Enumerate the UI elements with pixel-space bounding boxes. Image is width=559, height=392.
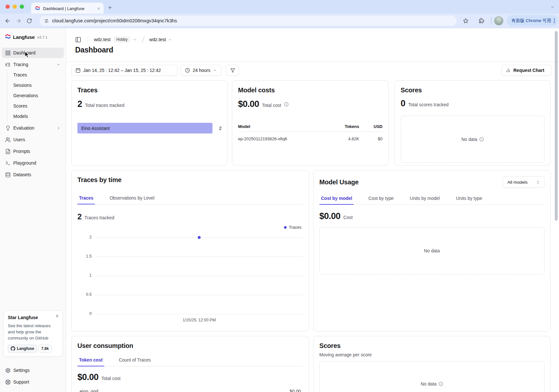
tab-count-of-traces[interactable]: Count of Traces xyxy=(117,354,153,366)
window-close-button[interactable] xyxy=(6,5,10,9)
tab-units-by-type[interactable]: Units by type xyxy=(454,192,484,204)
new-tab-button[interactable] xyxy=(108,5,112,10)
org-chevron-icon[interactable] xyxy=(133,38,137,42)
info-icon[interactable] xyxy=(284,102,289,107)
chrome-update-button[interactable]: 有新版 Chrome 可用 xyxy=(507,15,558,26)
model-costs-card: Model costs $0.00 Total cost Model Token… xyxy=(232,80,389,166)
tab-cost-by-model[interactable]: Cost by model xyxy=(319,192,354,204)
sidebar-item-prompts[interactable]: Prompts xyxy=(2,146,64,156)
model-usage-empty-state: No data xyxy=(319,227,544,274)
sidebar-item-generations[interactable]: Generations xyxy=(8,90,66,101)
tab-cost-by-type[interactable]: Cost by type xyxy=(367,192,395,204)
gridline-row: 1.5 xyxy=(72,254,309,259)
forward-button[interactable] xyxy=(16,18,22,24)
table-row[interactable]: ep-20250112193826-xftq6 4.82K $0 xyxy=(238,132,382,141)
extensions-icon[interactable] xyxy=(478,18,484,24)
browser-chrome: Dashboard | Langfuse cloud.langfuse.com/… xyxy=(0,0,559,28)
calendar-icon xyxy=(75,68,81,73)
plan-badge: Hobby xyxy=(113,36,131,43)
star-card-body: See the latest releases and help grow th… xyxy=(8,323,59,341)
project-name[interactable]: wdz.test xyxy=(149,37,166,42)
page-title: Dashboard xyxy=(75,46,113,54)
date-range-label: Jan 14, 25 : 12:42 – Jan 15, 25 : 12:42 xyxy=(83,68,161,73)
star-card-title: Star Langfuse xyxy=(8,315,59,320)
sidebar-item-models[interactable]: Models xyxy=(8,111,66,121)
gridline-row: 1 xyxy=(72,273,309,278)
sidebar-item-playground[interactable]: Playground xyxy=(2,158,64,168)
filter-button[interactable] xyxy=(226,65,239,76)
sidebar-nav: Dashboard Tracing Traces Sessions Genera… xyxy=(0,48,66,180)
browser-tab[interactable]: Dashboard | Langfuse xyxy=(31,3,104,15)
tracing-subgroup: Traces Sessions Generations Scores Model… xyxy=(7,70,66,121)
profile-avatar[interactable] xyxy=(494,16,503,25)
user-row[interactable]: eino_god $0.00 xyxy=(77,389,303,392)
back-button[interactable] xyxy=(5,18,11,24)
gear-icon xyxy=(5,368,11,373)
trace-name-bar[interactable]: Eino Assistant xyxy=(77,123,212,133)
sidebar-item-users[interactable]: Users xyxy=(2,134,64,145)
x-axis-label: 1/15/25, 12:00 PM xyxy=(183,318,216,322)
user-cost: $0.00 xyxy=(290,389,301,392)
info-icon[interactable] xyxy=(439,382,443,386)
terminal-icon xyxy=(5,160,11,166)
org-name[interactable]: wdz.test xyxy=(94,37,110,42)
model-select-value: All models xyxy=(508,180,528,185)
sidebar-item-support[interactable]: Support xyxy=(2,377,64,387)
sidebar-item-settings[interactable]: Settings xyxy=(2,365,64,375)
tab-units-by-model[interactable]: Units by model xyxy=(408,192,441,204)
user-consumption-total-label: Total cost xyxy=(101,376,120,381)
address-bar[interactable]: cloud.langfuse.com/project/cm50idm0208mx… xyxy=(40,16,457,26)
sidebar-item-scores[interactable]: Scores xyxy=(8,101,66,111)
request-chart-label: Request Chart xyxy=(513,68,544,73)
tab-overflow-chevron-icon[interactable] xyxy=(550,5,554,9)
window-zoom-button[interactable] xyxy=(20,5,24,9)
browser-menu-icon[interactable] xyxy=(554,18,555,23)
project-chevron-icon[interactable] xyxy=(168,38,172,42)
sidebar-item-evaluation[interactable]: Evaluation xyxy=(2,123,64,133)
trace-bar-value: 2 xyxy=(216,126,222,131)
bookmark-star-icon[interactable] xyxy=(463,18,469,24)
window-minimize-button[interactable] xyxy=(13,5,17,9)
toolbar-divider xyxy=(491,17,491,24)
sidebar-item-sessions[interactable]: Sessions xyxy=(8,80,66,90)
site-settings-icon[interactable] xyxy=(44,18,49,23)
user-name: eino_god xyxy=(80,389,98,392)
tab-traces[interactable]: Traces xyxy=(77,192,95,204)
date-range-button[interactable]: Jan 14, 25 : 12:42 – Jan 15, 25 : 12:42 xyxy=(71,65,178,76)
url-text: cloud.langfuse.com/project/cm50idm0208mx… xyxy=(52,18,177,23)
page-scrollbar[interactable] xyxy=(555,31,558,221)
time-preset-button[interactable]: 24 hours xyxy=(181,65,222,76)
legend-dot xyxy=(284,226,287,229)
data-point[interactable] xyxy=(198,236,201,239)
database-icon xyxy=(5,172,11,178)
model-name[interactable]: ep-20250112193826-xftq6 xyxy=(238,136,330,141)
reload-button[interactable] xyxy=(27,18,32,24)
user-consumption-tabs: Token cost Count of Traces xyxy=(77,354,303,366)
sidebar-item-tracing[interactable]: Tracing xyxy=(2,59,64,70)
table-header: Model Tokens USD xyxy=(238,124,382,132)
tab-close-icon[interactable] xyxy=(97,7,100,10)
sidebar-footer: Settings Support xyxy=(0,365,66,388)
github-icon xyxy=(11,346,15,351)
browser-toolbar: cloud.langfuse.com/project/cm50idm0208mx… xyxy=(0,14,559,28)
model-usage-total-label: Cost xyxy=(343,215,353,220)
header-divider xyxy=(66,62,559,62)
request-chart-button[interactable]: Request Chart xyxy=(501,65,552,76)
close-icon[interactable] xyxy=(55,314,59,318)
github-star-button[interactable]: Langfuse xyxy=(8,345,37,352)
info-icon[interactable] xyxy=(479,137,484,142)
tab-token-cost[interactable]: Token cost xyxy=(77,354,104,366)
tab-observations-by-level[interactable]: Observations by Level xyxy=(108,192,156,204)
model-select[interactable]: All models xyxy=(503,176,544,188)
github-star-count[interactable]: 7.8k xyxy=(38,345,51,352)
sidebar-item-dashboard[interactable]: Dashboard xyxy=(2,48,64,58)
sidebar-item-traces[interactable]: Traces xyxy=(8,70,66,80)
traces-card: Traces 2 Total traces tracked Eino Assis… xyxy=(71,80,228,166)
sidebar-toggle-icon[interactable] xyxy=(75,37,81,43)
langfuse-logo-icon xyxy=(5,33,11,41)
time-preset-label: 24 hours xyxy=(193,68,210,73)
breadcrumb: wdz.test Hobby wdz.test xyxy=(75,35,172,44)
user-consumption-total-value: $0.00 xyxy=(77,372,98,382)
sidebar-item-datasets[interactable]: Datasets xyxy=(2,169,64,180)
sidebar: Langfuse v3.7.1 Dashboard Tracing Traces… xyxy=(0,28,66,392)
